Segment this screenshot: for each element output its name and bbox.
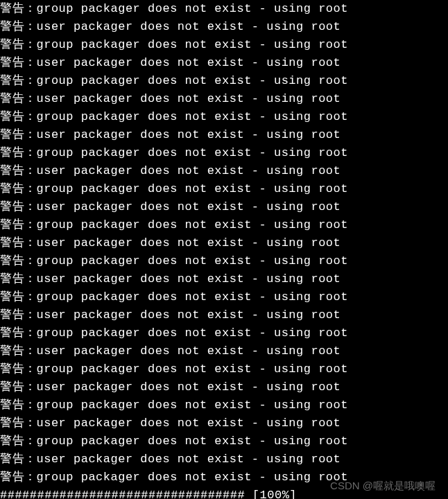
warning-line: 警告：group packager does not exist - using… xyxy=(0,469,448,487)
warning-line: 警告：user packager does not exist - using … xyxy=(0,378,448,396)
warning-line: 警告：group packager does not exist - using… xyxy=(0,396,448,414)
warning-line: 警告：group packager does not exist - using… xyxy=(0,288,448,306)
warning-line: 警告：user packager does not exist - using … xyxy=(0,162,448,180)
warning-line: 警告：user packager does not exist - using … xyxy=(0,126,448,144)
warning-line: 警告：group packager does not exist - using… xyxy=(0,36,448,54)
warning-line: 警告：group packager does not exist - using… xyxy=(0,216,448,234)
warning-line: 警告：group packager does not exist - using… xyxy=(0,0,448,18)
warning-line: 警告：group packager does not exist - using… xyxy=(0,180,448,198)
warning-line: 警告：group packager does not exist - using… xyxy=(0,144,448,162)
warning-line: 警告：user packager does not exist - using … xyxy=(0,18,448,36)
warning-line: 警告：user packager does not exist - using … xyxy=(0,54,448,72)
warning-line: 警告：user packager does not exist - using … xyxy=(0,270,448,288)
warning-line: 警告：group packager does not exist - using… xyxy=(0,72,448,90)
terminal-output: 警告：group packager does not exist - using… xyxy=(0,0,448,487)
warning-line: 警告：group packager does not exist - using… xyxy=(0,252,448,270)
warning-line: 警告：user packager does not exist - using … xyxy=(0,306,448,324)
warning-line: 警告：group packager does not exist - using… xyxy=(0,108,448,126)
warning-line: 警告：user packager does not exist - using … xyxy=(0,198,448,216)
warning-line: 警告：user packager does not exist - using … xyxy=(0,414,448,432)
warning-line: 警告：group packager does not exist - using… xyxy=(0,324,448,342)
warning-line: 警告：group packager does not exist - using… xyxy=(0,432,448,450)
warning-line: 警告：user packager does not exist - using … xyxy=(0,450,448,469)
warning-line: 警告：group packager does not exist - using… xyxy=(0,360,448,378)
progress-bar-line: ################################# [100%] xyxy=(0,487,448,499)
warning-line: 警告：user packager does not exist - using … xyxy=(0,90,448,108)
warning-line: 警告：user packager does not exist - using … xyxy=(0,342,448,360)
warning-line: 警告：user packager does not exist - using … xyxy=(0,234,448,252)
